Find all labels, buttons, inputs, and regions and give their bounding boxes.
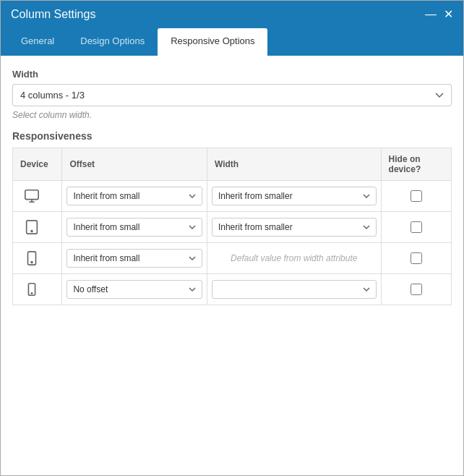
offset-select-desktop[interactable]: Inherit from small No offset bbox=[66, 187, 202, 205]
width-select-tablet[interactable]: Inherit from smaller bbox=[212, 218, 377, 237]
device-cell bbox=[13, 212, 62, 243]
table-row: Inherit from small No offset Inherit fro… bbox=[13, 212, 452, 243]
hide-cell bbox=[381, 274, 451, 305]
tab-responsive-options[interactable]: Responsive Options bbox=[158, 28, 267, 56]
column-settings-window: Column Settings — ✕ General Design Optio… bbox=[0, 0, 464, 476]
hide-cell bbox=[381, 212, 451, 243]
desktop-icon bbox=[17, 188, 46, 204]
hide-checkbox-mobile bbox=[386, 252, 447, 264]
svg-rect-0 bbox=[25, 190, 38, 200]
width-label: Width bbox=[12, 69, 452, 80]
device-cell bbox=[13, 274, 62, 305]
th-offset: Offset bbox=[62, 148, 207, 181]
table-header-row: Device Offset Width Hide on device? bbox=[13, 148, 452, 181]
width-cell-default: Default value from width attribute bbox=[207, 243, 381, 274]
title-bar: Column Settings — ✕ bbox=[1, 1, 463, 28]
svg-point-6 bbox=[31, 262, 33, 263]
offset-select-tablet[interactable]: Inherit from small No offset bbox=[66, 218, 202, 237]
hide-cell bbox=[381, 181, 451, 212]
hide-checkbox-small-mobile bbox=[386, 284, 447, 295]
close-button[interactable]: ✕ bbox=[444, 9, 453, 20]
th-hide-on-device: Hide on device? bbox=[381, 148, 451, 181]
hide-checkbox-tablet bbox=[386, 221, 447, 233]
hide-checkbox-input-small-mobile[interactable] bbox=[411, 284, 422, 295]
svg-point-4 bbox=[31, 231, 33, 232]
window-title: Column Settings bbox=[11, 8, 95, 21]
offset-select-mobile[interactable]: Inherit from small No offset bbox=[66, 249, 202, 268]
device-cell bbox=[13, 181, 62, 212]
hide-cell bbox=[381, 243, 451, 274]
content-area: Width 4 columns - 1/3 Select column widt… bbox=[1, 56, 463, 475]
window-controls: — ✕ bbox=[425, 9, 453, 20]
width-cell: Inherit from smaller bbox=[207, 181, 381, 212]
hide-checkbox-desktop bbox=[386, 190, 447, 202]
width-cell: Inherit from smaller bbox=[207, 212, 381, 243]
offset-cell: Inherit from small No offset bbox=[62, 181, 207, 212]
hide-checkbox-input-desktop[interactable] bbox=[411, 190, 422, 202]
width-select[interactable]: 4 columns - 1/3 bbox=[12, 84, 452, 106]
hide-checkbox-input-tablet[interactable] bbox=[411, 221, 422, 233]
table-row: No offset Inherit from small bbox=[13, 274, 452, 305]
offset-cell: No offset Inherit from small bbox=[62, 274, 207, 305]
hide-checkbox-input-mobile[interactable] bbox=[411, 252, 422, 264]
responsiveness-table: Device Offset Width Hide on device? bbox=[12, 148, 452, 305]
table-row: Inherit from small No offset Default val… bbox=[13, 243, 452, 274]
offset-cell: Inherit from small No offset bbox=[62, 212, 207, 243]
width-select-desktop[interactable]: Inherit from smaller bbox=[212, 187, 377, 205]
width-cell bbox=[207, 274, 381, 305]
device-cell bbox=[13, 243, 62, 274]
tab-bar: General Design Options Responsive Option… bbox=[1, 28, 463, 56]
small-mobile-icon bbox=[17, 281, 46, 297]
mobile-icon bbox=[17, 250, 46, 266]
table-row: Inherit from small No offset Inherit fro… bbox=[13, 181, 452, 212]
svg-point-8 bbox=[31, 293, 32, 294]
offset-select-small-mobile[interactable]: No offset Inherit from small bbox=[66, 280, 202, 299]
tab-general[interactable]: General bbox=[8, 28, 67, 56]
width-hint: Select column width. bbox=[12, 110, 452, 120]
width-select-small-mobile[interactable] bbox=[212, 280, 377, 299]
responsiveness-label: Responsiveness bbox=[12, 130, 452, 142]
tab-design-options[interactable]: Design Options bbox=[67, 28, 158, 56]
default-value-text: Default value from width attribute bbox=[212, 253, 377, 263]
th-width: Width bbox=[207, 148, 381, 181]
minimize-button[interactable]: — bbox=[425, 9, 437, 20]
offset-cell: Inherit from small No offset bbox=[62, 243, 207, 274]
tablet-icon bbox=[17, 219, 46, 235]
th-device: Device bbox=[13, 148, 62, 181]
